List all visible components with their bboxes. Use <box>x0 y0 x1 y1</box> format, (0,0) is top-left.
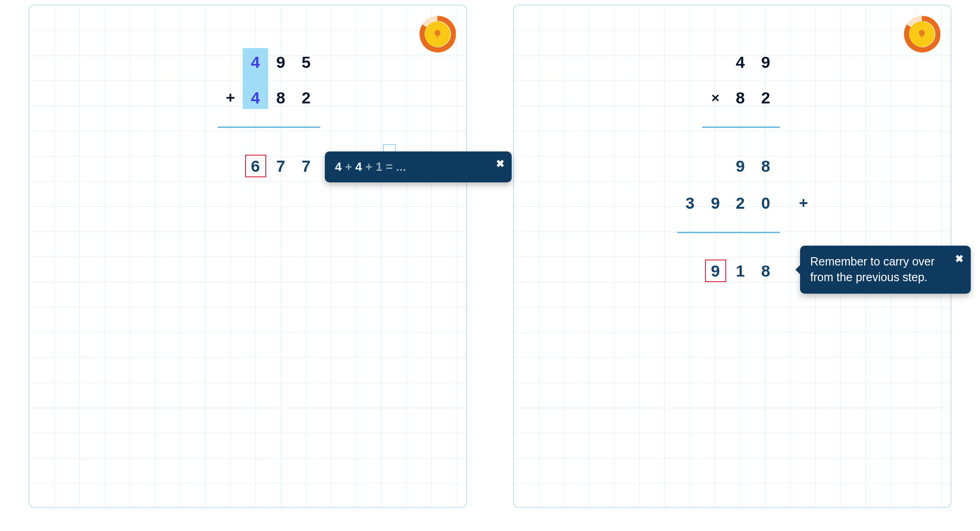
answer-ones: 7 <box>293 153 319 179</box>
multiplicand-tens: 4 <box>728 49 753 75</box>
answer-hundreds-value: 6 <box>243 153 268 179</box>
operand1-tens: 9 <box>268 49 293 75</box>
multiply-rule-2 <box>677 232 780 233</box>
answer-hundreds-value: 9 <box>703 258 728 284</box>
answer-tens: 7 <box>268 153 293 179</box>
addition-panel: 4 9 5 + 4 8 2 6 7 7 4 + 4 + 1 = ... ✖ <box>29 5 467 508</box>
lightbulb-icon <box>432 29 442 39</box>
answer-tens: 1 <box>728 258 753 284</box>
partial2-tens: 2 <box>728 190 753 216</box>
answer-ones: 8 <box>753 258 778 284</box>
hint-tooltip: Remember to carry over from the previous… <box>800 246 971 294</box>
partial1-tens: 9 <box>728 153 753 179</box>
hint-button[interactable] <box>419 16 456 53</box>
lightbulb-icon <box>917 29 927 39</box>
operand1-ones: 5 <box>293 49 319 75</box>
operand2-tens: 8 <box>268 85 293 110</box>
close-icon[interactable]: ✖ <box>496 158 504 170</box>
multiplicand-ones: 9 <box>753 49 778 75</box>
times-operator: × <box>703 85 728 110</box>
operand2-ones: 2 <box>293 85 319 110</box>
partial-plus: + <box>791 190 816 216</box>
addition-rule <box>218 127 320 128</box>
hint-tooltip: 4 + 4 + 1 = ... ✖ <box>325 151 512 182</box>
partial1-ones: 8 <box>753 153 778 179</box>
partial2-hundreds: 9 <box>703 190 728 216</box>
multiplier-tens: 8 <box>728 85 753 110</box>
operand2-hundreds: 4 <box>243 85 268 110</box>
hint-button[interactable] <box>903 16 940 53</box>
partial2-ones: 0 <box>753 190 778 216</box>
plus-operator: + <box>218 85 243 110</box>
partial2-thousands: 3 <box>677 190 703 216</box>
multiply-rule-1 <box>702 127 780 128</box>
close-icon[interactable]: ✖ <box>955 252 963 266</box>
multiplier-ones: 2 <box>753 85 778 110</box>
operand1-hundreds: 4 <box>243 49 268 75</box>
multiplication-panel: 4 9 × 8 2 9 8 3 9 2 0 + 9 1 8 Remember t… <box>513 5 951 508</box>
